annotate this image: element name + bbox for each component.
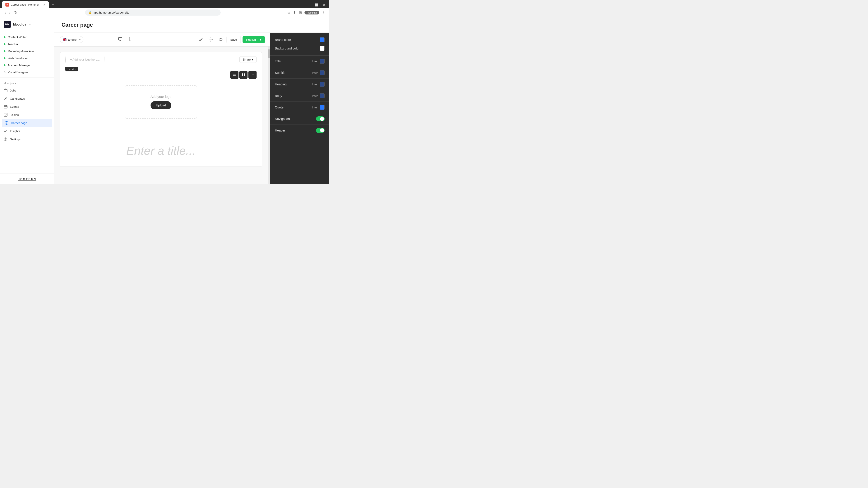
svg-rect-15 (244, 73, 245, 76)
nav-section: Moodjoy ▾ Jobs Candidates (0, 78, 54, 146)
settings-icon (4, 137, 8, 141)
nav-section-label: Moodjoy ▾ (0, 80, 54, 86)
edit-tool-button[interactable] (197, 35, 205, 43)
heading-font-name: Inter (312, 83, 318, 86)
subtitle-font-swatch[interactable] (320, 70, 324, 75)
device-buttons (116, 35, 135, 43)
sidebar-header: MM Moodjoy ▾ (0, 17, 54, 32)
new-tab-button[interactable]: + (50, 2, 57, 7)
candidates-icon (4, 96, 8, 101)
close-window-button[interactable]: ✕ (323, 3, 326, 7)
share-button[interactable]: Share ▾ (239, 56, 256, 63)
language-selector[interactable]: 🇬🇧 English ▾ (60, 36, 84, 43)
job-title: Visual Designer (8, 70, 28, 74)
brand-color-swatch[interactable] (320, 37, 324, 42)
extension-icon[interactable]: ⊞ (299, 10, 302, 15)
job-title: Account Manager (8, 64, 31, 67)
toggle-knob-2 (320, 128, 324, 132)
download-icon[interactable]: ⬇ (293, 10, 296, 15)
company-dropdown-arrow[interactable]: ▾ (29, 23, 31, 26)
reload-button[interactable]: ↻ (13, 9, 18, 15)
back-button[interactable]: ‹ (4, 10, 6, 15)
title-font-swatch[interactable] (320, 59, 324, 64)
save-button[interactable]: Save (226, 36, 241, 43)
company-name: Moodjoy (13, 23, 26, 26)
preview-tool-button[interactable] (217, 35, 225, 43)
brand-color-label: Brand color (275, 38, 291, 41)
insights-label: Insights (10, 129, 20, 133)
maximize-button[interactable]: ⬜ (315, 3, 318, 6)
job-item-visual-designer[interactable]: Visual Designer (0, 69, 54, 76)
title-font-name: Inter (312, 60, 318, 63)
navigation-toggle-label: Navigation (275, 117, 290, 121)
publish-dropdown-arrow[interactable]: ▾ (258, 38, 261, 41)
jobs-label: Jobs (10, 89, 16, 92)
navigation-toggle[interactable] (316, 116, 324, 121)
brand-color-row: Brand color (275, 37, 324, 42)
sidebar-item-events[interactable]: Events (0, 103, 54, 111)
url-bar[interactable]: 🔒 app.homerun.co/career-site (85, 9, 221, 15)
logo-placeholder[interactable]: + Add your logo here... (65, 56, 104, 63)
sidebar-item-settings[interactable]: Settings (0, 135, 54, 143)
job-item-content-writer[interactable]: Content Writer (0, 34, 54, 41)
body-font-swatch[interactable] (320, 93, 324, 98)
job-title: Content Writer (8, 35, 27, 39)
more-options-button[interactable]: ··· (248, 71, 256, 79)
publish-button[interactable]: Publish ▾ (243, 36, 265, 43)
sidebar-item-career-page[interactable]: Career page (2, 119, 52, 127)
list-view-button[interactable] (230, 71, 239, 79)
navigation-toggle-row: Navigation (270, 113, 329, 125)
logo-upload-text: Add your logo (151, 95, 172, 98)
heading-font-swatch[interactable] (320, 82, 324, 87)
events-label: Events (10, 105, 19, 108)
background-color-swatch[interactable] (320, 46, 324, 51)
avatar: MM (4, 21, 11, 28)
quote-font-swatch[interactable] (320, 105, 324, 110)
body-font-row: Body Inter (270, 90, 329, 102)
subtitle-font-label: Subtitle (275, 71, 285, 74)
forward-button[interactable]: › (8, 10, 11, 15)
flag-icon: 🇬🇧 (63, 38, 66, 41)
jobs-icon (4, 88, 8, 92)
upload-button[interactable]: Upload (151, 101, 171, 109)
sidebar-item-insights[interactable]: Insights (0, 127, 54, 135)
job-item-teacher[interactable]: Teacher (0, 41, 54, 48)
status-dot (4, 64, 5, 66)
minimize-button[interactable]: ─ (308, 3, 310, 7)
mobile-view-button[interactable] (126, 35, 135, 43)
columns-view-button[interactable] (239, 71, 248, 79)
close-tab-icon[interactable]: ✕ (43, 3, 45, 6)
incognito-badge: Incognito (305, 11, 319, 14)
canvas-scrollbar[interactable] (268, 46, 270, 184)
sidebar-item-candidates[interactable]: Candidates (0, 94, 54, 103)
menu-icon[interactable]: ⋮ (322, 10, 326, 15)
svg-rect-0 (4, 90, 7, 92)
section-action-buttons: ··· (230, 71, 256, 79)
job-item-web-developer[interactable]: Web Developer (0, 55, 54, 62)
header-label-tag: Header (65, 67, 78, 71)
job-item-marketing-associate[interactable]: Marketing Associate (0, 48, 54, 55)
job-item-account-manager[interactable]: Account Manager (0, 62, 54, 69)
svg-point-10 (220, 39, 221, 40)
heading-font-row: Heading Inter (270, 78, 329, 90)
background-color-label: Background color (275, 46, 300, 50)
header-toggle-row: Header (270, 125, 329, 136)
toggles-section: Navigation Header (270, 113, 329, 136)
header-toggle[interactable] (316, 128, 324, 133)
svg-point-8 (130, 40, 130, 41)
toolbar-actions: Save Publish ▾ (197, 35, 265, 43)
language-label: English (68, 38, 78, 41)
browser-tab[interactable]: H Career page - Homerun ✕ (2, 1, 49, 8)
tab-title: Career page - Homerun (11, 3, 39, 6)
sidebar-item-todos[interactable]: To-dos (0, 111, 54, 119)
scrollbar-thumb[interactable] (268, 49, 270, 58)
section-dropdown-arrow[interactable]: ▾ (15, 82, 16, 85)
title-font-label: Title (275, 59, 281, 63)
title-placeholder[interactable]: Enter a title... (60, 135, 262, 166)
events-icon (4, 105, 8, 109)
sidebar-item-jobs[interactable]: Jobs (0, 86, 54, 94)
settings-tool-button[interactable] (207, 35, 215, 43)
bookmark-icon[interactable]: ☆ (287, 10, 290, 15)
desktop-view-button[interactable] (116, 35, 125, 43)
quote-font-name: Inter (312, 106, 318, 109)
